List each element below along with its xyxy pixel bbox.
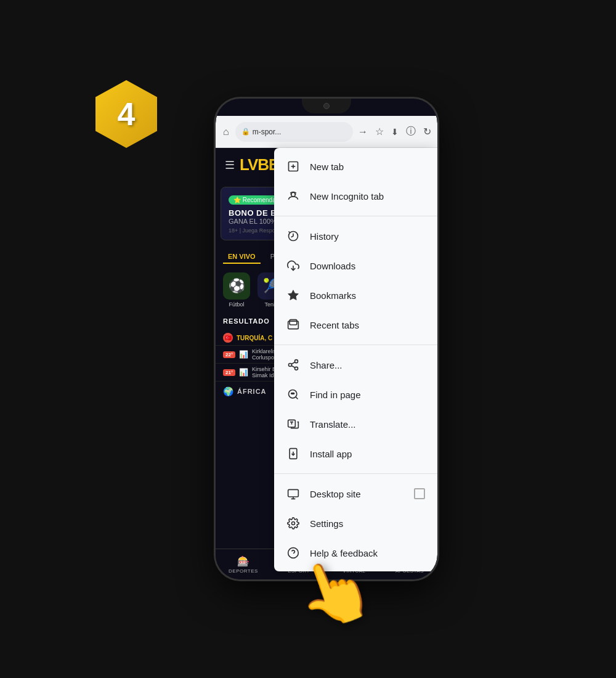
incognito-icon: [286, 189, 300, 203]
phone-notch: [302, 99, 351, 113]
nav-deportes[interactable]: 🎰 DEPORTES: [216, 549, 271, 579]
share-icon: [286, 358, 300, 372]
tab-en-vivo[interactable]: EN VIVO: [223, 250, 261, 264]
menu-divider-1: [274, 216, 437, 216]
svg-point-11: [295, 360, 298, 363]
menu-item-install[interactable]: Install app: [274, 439, 437, 468]
translate-label: Translate...: [310, 419, 355, 430]
svg-point-5: [294, 193, 296, 195]
refresh-icon[interactable]: ↻: [422, 125, 432, 139]
bookmarks-icon: [286, 288, 300, 302]
lock-icon: 🔒: [241, 128, 250, 136]
url-text: m-spor...: [253, 128, 347, 136]
new-tab-icon: [286, 160, 300, 173]
badge-number: 4: [118, 96, 136, 133]
svg-line-17: [296, 397, 298, 399]
forward-icon[interactable]: →: [357, 125, 369, 139]
match-score-2: 21°: [223, 369, 235, 376]
futbol-icon: ⚽: [223, 272, 250, 300]
install-label: Install app: [310, 449, 352, 459]
deportes-label: DEPORTES: [229, 568, 258, 574]
translate-icon: [286, 417, 300, 431]
menu-divider-2: [274, 345, 437, 345]
svg-rect-18: [291, 393, 294, 394]
menu-divider-3: [274, 473, 437, 474]
browser-action-buttons: → ☆ ⬇ ⓘ ↻: [357, 124, 432, 139]
svg-point-13: [295, 367, 298, 370]
menu-item-settings[interactable]: Settings: [274, 508, 437, 538]
desktop-site-label: Desktop site: [310, 489, 361, 499]
menu-section-new: New tab New Incognito tab: [274, 148, 437, 214]
menu-item-desktop-site[interactable]: Desktop site: [274, 479, 437, 508]
recent-tabs-icon: [286, 318, 300, 332]
menu-item-new-tab[interactable]: New tab: [274, 152, 437, 181]
africa-label: ÁFRICA: [237, 388, 267, 395]
browser-address-bar: ⌂ 🔒 m-spor... → ☆ ⬇ ⓘ ↻: [216, 116, 437, 148]
svg-point-12: [289, 364, 292, 367]
svg-line-15: [291, 362, 295, 364]
svg-point-3: [291, 192, 296, 197]
menu-item-translate[interactable]: Translate...: [274, 409, 437, 439]
chrome-context-menu: New tab New Incognito tab: [274, 148, 437, 571]
svg-marker-8: [288, 290, 299, 300]
share-label: Share...: [310, 360, 342, 370]
desktop-site-checkbox[interactable]: [414, 488, 425, 499]
svg-point-25: [292, 522, 295, 525]
menu-section-tools: Share... Find in page: [274, 346, 437, 472]
futbol-label: Fútbol: [229, 301, 244, 308]
bookmark-icon[interactable]: ☆: [374, 125, 385, 139]
help-icon: [286, 546, 300, 560]
find-icon: [286, 388, 300, 401]
incognito-label: New Incognito tab: [310, 191, 384, 202]
svg-point-4: [290, 193, 292, 195]
svg-rect-22: [288, 489, 299, 497]
url-bar[interactable]: 🔒 m-spor...: [235, 122, 353, 142]
menu-item-find[interactable]: Find in page: [274, 380, 437, 409]
menu-section-browse: History Downloads: [274, 218, 437, 343]
checkbox[interactable]: [414, 488, 425, 499]
menu-item-recent-tabs[interactable]: Recent tabs: [274, 310, 437, 340]
result-label: RESULTADO: [223, 317, 270, 325]
bookmarks-label: Bookmarks: [310, 290, 356, 301]
settings-label: Settings: [310, 518, 343, 529]
download-icon[interactable]: ⬇: [390, 126, 400, 138]
menu-item-share[interactable]: Share...: [274, 350, 437, 380]
settings-icon: [286, 517, 300, 530]
downloads-icon: [286, 259, 300, 272]
menu-item-bookmarks[interactable]: Bookmarks: [274, 280, 437, 310]
phone-device: ☰ LVBET ⭐ Recomendado BONO DE BIENVENIDA…: [216, 99, 437, 579]
hamburger-icon: ☰: [225, 158, 235, 172]
recent-tabs-label: Recent tabs: [310, 320, 359, 330]
ranking-badge: 4: [95, 80, 157, 148]
home-icon[interactable]: ⌂: [221, 124, 232, 140]
sport-futbol[interactable]: ⚽ Fútbol: [223, 272, 250, 308]
menu-item-incognito[interactable]: New Incognito tab: [274, 181, 437, 211]
history-label: History: [310, 231, 339, 242]
turkey-flag: 🇹🇷: [223, 333, 233, 343]
new-tab-label: New tab: [310, 161, 344, 172]
svg-line-14: [291, 366, 295, 367]
menu-item-history[interactable]: History: [274, 221, 437, 251]
turkey-match-name: TURQUÍA, C: [237, 335, 272, 341]
svg-rect-10: [290, 320, 297, 325]
desktop-icon: [286, 487, 300, 500]
downloads-label: Downloads: [310, 261, 355, 271]
install-icon: [286, 447, 300, 460]
phone-screen: ☰ LVBET ⭐ Recomendado BONO DE BIENVENIDA…: [216, 99, 437, 579]
stats-icon-2: 📊: [239, 368, 248, 377]
find-label: Find in page: [310, 390, 361, 400]
stats-icon-1: 📊: [239, 350, 248, 359]
history-icon: [286, 229, 300, 243]
globe-icon: 🌍: [223, 386, 233, 396]
match-score-1: 22°: [223, 351, 235, 358]
menu-item-downloads[interactable]: Downloads: [274, 251, 437, 280]
phone-camera: [323, 103, 330, 109]
deportes-icon: 🎰: [237, 555, 249, 567]
info-icon[interactable]: ⓘ: [405, 124, 417, 139]
